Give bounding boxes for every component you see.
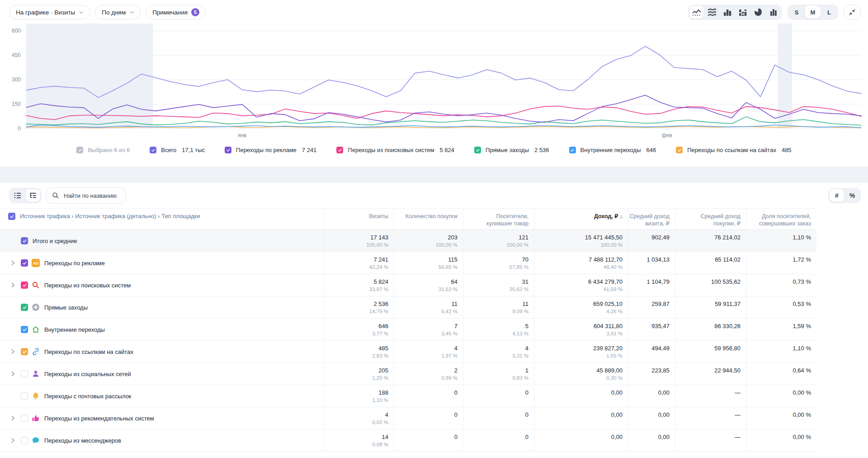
size-m-button[interactable]: M xyxy=(805,6,821,19)
search-icon-red xyxy=(32,281,40,289)
column-header-avg-visit-revenue[interactable]: Средний доходвизита, ₽ xyxy=(628,209,675,229)
legend-item[interactable]: Прямые заходы2 536 xyxy=(474,147,549,153)
metric-cell: 0 xyxy=(394,385,463,407)
row-label[interactable]: Внутренние переходы xyxy=(44,326,105,333)
row-label[interactable]: Переходы из социальных сетей xyxy=(44,371,131,377)
row-label[interactable]: Прямые заходы xyxy=(44,304,88,311)
row-checkbox[interactable] xyxy=(21,326,28,333)
row-label[interactable]: Переходы по ссылкам на сайтах xyxy=(44,348,133,355)
metric-percent: 100,00 % xyxy=(325,242,388,248)
column-header-buyers[interactable]: Посетители,купившие товар xyxy=(463,209,534,229)
metric-value: 11 xyxy=(394,300,458,308)
legend-summary[interactable]: Выбрано 6 из 6 xyxy=(76,147,130,153)
metric-cell: 41,97 % xyxy=(394,341,463,363)
column-chart-button[interactable] xyxy=(766,6,781,19)
row-checkbox[interactable] xyxy=(21,370,28,377)
stacked-bar-chart-button[interactable] xyxy=(736,6,750,19)
legend-item[interactable]: Всего17,1 тыс xyxy=(150,147,205,153)
legend-checkbox[interactable] xyxy=(676,147,683,153)
metric-cell: 73,45 % xyxy=(394,319,463,340)
grouping-dropdown[interactable]: По дням xyxy=(95,5,141,19)
chevron-right-icon xyxy=(11,371,15,377)
expand-row-button[interactable] xyxy=(8,281,17,290)
column-header-revenue[interactable]: Доход, ₽ ↓ xyxy=(534,209,628,229)
table-row: Переходы с почтовых рассылок1881,10 %000… xyxy=(0,385,816,407)
row-label[interactable]: Переходы из мессенджеров xyxy=(44,437,121,444)
metric-cell: 902,49 xyxy=(628,230,675,252)
metric-value: 0,73 % xyxy=(746,278,811,286)
row-label[interactable]: Переходы по рекламе xyxy=(44,260,105,267)
chart-type-switcher xyxy=(688,5,782,20)
legend-checkbox[interactable] xyxy=(336,147,343,153)
metric-cell: 0,00 % xyxy=(746,407,816,429)
legend-checkbox[interactable] xyxy=(150,147,156,153)
percent-values-button[interactable]: % xyxy=(845,189,859,202)
metric-value: 935,47 xyxy=(628,322,670,330)
row-checkbox[interactable] xyxy=(21,437,28,444)
pie-chart-button[interactable] xyxy=(751,6,765,19)
column-header-order-share[interactable]: Доля посетителей,совершивших заказ xyxy=(746,209,816,229)
legend-checkbox[interactable] xyxy=(474,147,481,153)
tree-list-icon xyxy=(28,191,38,200)
row-checkbox[interactable] xyxy=(21,348,28,355)
legend-checkbox[interactable] xyxy=(225,147,231,153)
metric-value: 76 214,02 xyxy=(675,234,741,241)
row-checkbox[interactable] xyxy=(21,304,28,311)
metric-cell: 259,87 xyxy=(628,296,675,318)
expand-row-button[interactable] xyxy=(8,258,17,267)
chart-metric-dropdown[interactable]: На графике · Визиты xyxy=(9,5,90,19)
row-label[interactable]: Переходы из рекомендательных систем xyxy=(44,415,154,422)
metric-cell: 6431,53 % xyxy=(394,274,463,296)
row-label[interactable]: Переходы с почтовых рассылок xyxy=(44,393,131,400)
expand-row-button[interactable] xyxy=(8,414,17,423)
legend-item[interactable]: Внутренние переходы646 xyxy=(569,147,656,153)
metric-percent: 3,77 % xyxy=(325,330,388,337)
row-checkbox[interactable] xyxy=(21,259,28,267)
metric-value: 604 311,80 xyxy=(534,322,623,330)
expand-row-button[interactable] xyxy=(8,436,17,445)
bar-chart-button[interactable] xyxy=(720,6,735,19)
row-checkbox[interactable] xyxy=(21,281,28,289)
column-header-purchases[interactable]: Количество покупок xyxy=(394,209,463,229)
expand-row-button[interactable] xyxy=(8,347,17,356)
expand-row-button[interactable] xyxy=(8,369,17,378)
legend-label: Прямые заходы xyxy=(486,147,529,153)
row-label[interactable]: Итого и средние xyxy=(33,238,77,244)
legend-checkbox[interactable] xyxy=(569,147,576,153)
flat-list-button[interactable] xyxy=(10,189,25,202)
table-search[interactable] xyxy=(46,187,126,204)
line-chart-button[interactable] xyxy=(689,6,704,19)
annotations-button[interactable]: Примечания 5 xyxy=(146,5,206,19)
metric-cell: 935,47 xyxy=(628,319,675,340)
metric-cell: 0,00 xyxy=(534,407,628,429)
chevron-right-icon xyxy=(11,349,15,354)
column-header-avg-purchase-revenue[interactable]: Средний доходпокупки, ₽ xyxy=(675,209,746,229)
number-format-toggle: # % xyxy=(828,188,861,203)
legend-item[interactable]: Переходы по рекламе7 241 xyxy=(225,147,316,153)
row-label-cell: Переходы из рекомендательных систем xyxy=(0,407,324,429)
select-all-checkbox[interactable] xyxy=(8,213,15,220)
legend-item[interactable]: Переходы из поисковых систем5 824 xyxy=(336,147,454,153)
metric-cell: 2051,20 % xyxy=(324,363,394,385)
legend-checkbox[interactable] xyxy=(76,147,83,153)
thumbsup-icon xyxy=(32,414,40,422)
collapse-chart-button[interactable] xyxy=(844,5,861,20)
metric-percent: 25,62 % xyxy=(463,286,528,292)
row-label[interactable]: Переходы из поисковых систем xyxy=(44,282,131,289)
search-input[interactable] xyxy=(63,192,119,200)
row-checkbox[interactable] xyxy=(21,237,28,244)
stacked-lines-chart-button[interactable] xyxy=(705,6,719,19)
dimension-breadcrumb[interactable]: Источник трафика › Источник трафика (дет… xyxy=(20,213,200,219)
visits-line-chart[interactable]: 0150300450600янвфев xyxy=(0,21,868,139)
ad-icon: AD xyxy=(32,259,40,267)
size-s-button[interactable]: S xyxy=(789,6,804,19)
row-checkbox[interactable] xyxy=(21,392,28,400)
metric-percent: 4,13 % xyxy=(463,330,528,337)
tree-list-button[interactable] xyxy=(26,189,40,202)
metric-value: 205 xyxy=(325,367,388,374)
size-l-button[interactable]: L xyxy=(821,6,837,19)
legend-item[interactable]: Переходы по ссылкам на сайтах485 xyxy=(676,147,791,153)
absolute-values-button[interactable]: # xyxy=(830,189,844,202)
column-header-visits[interactable]: Визиты xyxy=(324,209,394,229)
row-checkbox[interactable] xyxy=(21,415,28,422)
